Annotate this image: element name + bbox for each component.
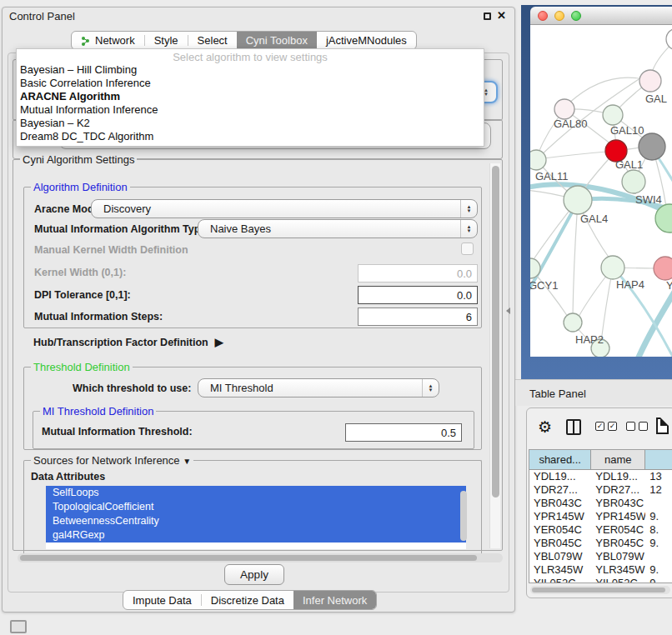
tab-jactivemnodules[interactable]: jActiveMNodules (317, 32, 416, 49)
algorithm-option[interactable]: ARACNE Algorithm (17, 90, 484, 103)
mi-type-combobox[interactable]: Naive Bayes ▲▼ (198, 219, 478, 238)
table-row[interactable]: YDL19...YDL19...13 (529, 470, 672, 483)
algorithm-option[interactable]: Basic Correlation Inference (17, 77, 484, 90)
aracne-mode-combobox[interactable]: Discovery ▲▼ (91, 199, 478, 218)
threshold-definition-group: Threshold Definition Which threshold to … (23, 367, 482, 450)
mi-type-value: Naive Bayes (198, 222, 460, 235)
tab-impute-data[interactable]: Impute Data (123, 591, 201, 609)
data-attributes-list[interactable]: SelfLoopsTopologicalCoefficientBetweenne… (46, 486, 466, 549)
attribute-item[interactable]: BetweennessCentrality (46, 514, 466, 528)
attribute-item[interactable]: gal4RGexp (46, 528, 466, 542)
tab-label: Network (95, 34, 135, 47)
tab-style[interactable]: Style (145, 32, 188, 49)
checked-checkbox-icon[interactable]: ✓ (595, 422, 604, 431)
unchecked-checkbox-icon[interactable] (626, 422, 635, 431)
unchecked-checkbox-icon[interactable] (639, 422, 648, 431)
settings-vertical-scrollbar[interactable] (489, 163, 500, 548)
algorithm-option[interactable]: Dream8 DC_TDC Algorithm (17, 130, 484, 143)
attribute-item[interactable]: TopologicalCoefficient (46, 500, 466, 514)
network-node[interactable] (601, 256, 624, 279)
algorithm-option[interactable]: Bayesian – Hill Climbing (17, 63, 484, 77)
sources-legend: Sources for Network Inference ▼ (31, 454, 193, 467)
network-node[interactable] (564, 186, 592, 214)
tab-select[interactable]: Select (188, 32, 237, 49)
checked-checkbox-icon[interactable]: ✓ (608, 422, 617, 431)
network-window-titlebar (530, 7, 672, 25)
table-row[interactable]: YIL052CYIL052C9 (529, 577, 672, 583)
manual-kernel-label: Manual Kernel Width Definition (34, 244, 188, 256)
document-icon[interactable] (656, 418, 669, 434)
table-row[interactable]: YBL079WYBL079W (529, 550, 672, 563)
scrollbar-thumb[interactable] (20, 555, 477, 561)
table-row[interactable]: YLR345WYLR345W9. (529, 563, 672, 577)
dpi-tolerance-field[interactable]: 0.0 (358, 286, 478, 304)
mi-steps-field[interactable]: 6 (358, 308, 478, 326)
attribute-item[interactable]: SelfLoops (46, 486, 466, 500)
table-row[interactable]: YER054CYER054C8. (529, 523, 672, 537)
network-node[interactable] (639, 70, 661, 92)
column-header-name[interactable]: name (591, 450, 645, 470)
table-row[interactable]: YBR045CYBR045C9. (529, 537, 672, 550)
mini-table-icon[interactable] (10, 620, 27, 633)
manual-kernel-checkbox[interactable] (461, 242, 474, 255)
table-horizontal-scrollbar[interactable] (530, 586, 670, 594)
table-cell: YBR043C (591, 497, 645, 510)
table-row[interactable]: YBR043CYBR043C (529, 497, 672, 510)
node-label: SWI4 (635, 193, 662, 206)
panel-splitter-arrow[interactable] (506, 308, 510, 314)
network-canvas[interactable]: GALGAL80GAL10GAL1GAL11SWI4GAL4GCY1HAP4YH… (530, 25, 672, 357)
scrollbar-thumb[interactable] (492, 166, 499, 498)
table-cell: YBR045C (529, 537, 591, 550)
apply-button[interactable]: Apply (224, 564, 284, 585)
kernel-width-field[interactable]: 0.0 (358, 264, 478, 282)
attributes-scrollbar-thumb[interactable] (460, 491, 467, 541)
tab-cyni-toolbox[interactable]: Cyni Toolbox (237, 32, 317, 49)
network-node[interactable] (530, 150, 546, 170)
table-row[interactable]: YPR145WYPR145W9. (529, 510, 672, 523)
network-node[interactable] (666, 28, 672, 50)
spinner-icon: ▲▼ (460, 220, 477, 238)
gear-icon[interactable]: ⚙ (538, 418, 552, 437)
which-threshold-combobox[interactable]: MI Threshold ▲▼ (198, 378, 439, 398)
node-label: Y (666, 279, 672, 292)
node-table: shared... name YDL19...YDL19...13YDR27..… (529, 449, 672, 583)
minimize-traffic-light-icon[interactable] (554, 11, 564, 21)
network-edge[interactable] (573, 202, 578, 315)
collapse-arrow-icon[interactable]: ▼ (183, 457, 191, 466)
network-node[interactable] (554, 99, 574, 119)
table-panel-titlebar: Table Panel (515, 379, 672, 406)
network-node[interactable] (564, 313, 582, 332)
algorithm-option[interactable]: Bayesian – K2 (17, 117, 484, 130)
network-window: GALGAL80GAL10GAL1GAL11SWI4GAL4GCY1HAP4YH… (530, 7, 672, 362)
network-svg: GALGAL80GAL10GAL1GAL11SWI4GAL4GCY1HAP4YH… (530, 25, 672, 357)
close-icon[interactable]: ✕ (497, 9, 506, 22)
hub-definition-expander[interactable]: Hub/Transcription Factor Definition ▶ (33, 336, 223, 348)
algorithm-option[interactable]: Mutual Information Inference (17, 103, 484, 117)
mi-threshold-value: 0.5 (441, 427, 456, 439)
zoom-traffic-light-icon[interactable] (571, 11, 581, 21)
column-header-partial[interactable] (645, 450, 672, 470)
network-node[interactable] (639, 133, 665, 160)
settings-horizontal-scrollbar[interactable] (18, 553, 503, 562)
table-cell: YDR27... (591, 483, 645, 497)
table-cell: 9. (645, 563, 672, 577)
columns-icon[interactable] (566, 419, 581, 435)
table-panel: ⚙ ✓ ✓ shared... name YDL19...YDL19...13Y… (526, 408, 672, 598)
mi-threshold-field[interactable]: 0.5 (345, 423, 462, 442)
spinner-icon: ▲▼ (422, 379, 439, 397)
tab-infer-network[interactable]: Infer Network (293, 591, 376, 609)
network-node[interactable] (603, 105, 623, 125)
network-node[interactable] (654, 257, 672, 280)
tab-discretize-data[interactable]: Discretize Data (202, 591, 293, 609)
network-node[interactable] (622, 170, 645, 193)
close-traffic-light-icon[interactable] (538, 11, 548, 21)
mi-steps-value: 6 (466, 311, 472, 323)
scrollbar-thumb[interactable] (532, 588, 665, 592)
float-window-icon[interactable] (484, 12, 491, 20)
table-row[interactable]: YDR27...YDR27...12 (529, 483, 672, 497)
table-cell: YLR345W (529, 563, 591, 577)
column-header-shared-name[interactable]: shared... (529, 450, 591, 470)
tab-network[interactable]: Network (72, 32, 144, 49)
tab-label: Select (198, 34, 228, 47)
expand-arrow-icon: ▶ (215, 336, 223, 348)
